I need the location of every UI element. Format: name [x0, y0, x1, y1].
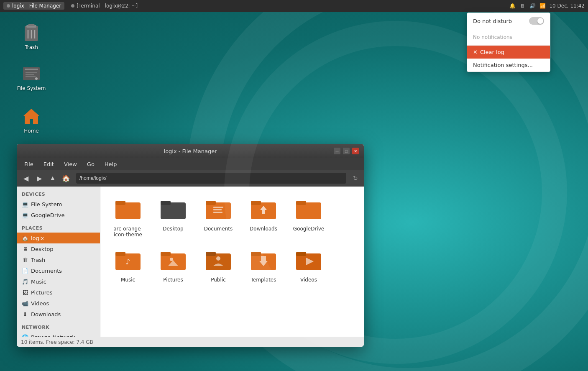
svg-rect-31 — [161, 252, 171, 256]
file-item-music[interactable]: ♪ Music — [107, 244, 149, 286]
filesystem-label: File System — [17, 85, 46, 91]
file-area: arc-orange-icon-theme Desktop — [100, 187, 364, 337]
pictures-icon: 🖼 — [22, 289, 28, 296]
file-item-googledrive[interactable]: GoogleDrive — [288, 193, 330, 241]
taskbar-app-label: logix - File Manager — [12, 3, 61, 9]
svg-marker-12 — [23, 109, 40, 124]
back-button[interactable]: ◀ — [20, 172, 32, 184]
home-button[interactable]: 🏠 — [60, 172, 72, 184]
places-header: PLACES — [17, 224, 100, 233]
network-icon[interactable]: 📶 — [539, 3, 546, 9]
svg-rect-21 — [213, 212, 222, 213]
sidebar-item-filesystem[interactable]: 💻 File System — [17, 199, 100, 210]
sidebar: DEVICES 💻 File System 💻 GoogleDrive PLAC… — [17, 187, 100, 337]
music-icon: 🎵 — [22, 278, 28, 285]
file-label: Music — [121, 277, 135, 283]
notification-icon[interactable]: 🔔 — [509, 3, 516, 9]
file-item-public[interactable]: Public — [197, 244, 239, 286]
up-button[interactable]: ▲ — [47, 172, 59, 184]
svg-point-8 — [35, 77, 38, 80]
sidebar-item-label: Documents — [31, 268, 62, 274]
desktop-icon-home[interactable]: Home — [13, 105, 50, 136]
taskbar-app-terminal[interactable]: [Terminal - logix@22: ~] — [68, 2, 141, 10]
sidebar-item-label: GoogleDrive — [31, 212, 65, 218]
svg-rect-25 — [296, 202, 321, 219]
sidebar-section-places: PLACES 🏠 logix 🖥 Desktop 🗑 Trash 📄 — [17, 224, 100, 320]
taskbar-left: logix - File Manager [Terminal - logix@2… — [3, 2, 509, 10]
file-label: Downloads — [250, 226, 277, 232]
volume-icon[interactable]: 🔊 — [529, 3, 536, 9]
forward-button[interactable]: ▶ — [33, 172, 45, 184]
maximize-button[interactable]: □ — [343, 148, 350, 154]
svg-rect-23 — [251, 201, 261, 205]
folder-icon — [205, 197, 232, 223]
sidebar-item-label: Music — [31, 279, 46, 285]
file-label: Documents — [204, 226, 233, 232]
taskbar-app-filemanager[interactable]: logix - File Manager — [3, 2, 64, 10]
desktop-icon-trash[interactable]: Trash — [13, 21, 50, 52]
sidebar-item-documents[interactable]: 📄 Documents — [17, 265, 100, 276]
sidebar-item-videos[interactable]: 📹 Videos — [17, 298, 100, 309]
desktop-icon-filesystem[interactable]: File System — [13, 62, 50, 93]
menu-file[interactable]: File — [20, 160, 38, 169]
notif-empty-text: No notifications — [467, 29, 550, 46]
window-controls: ─ □ ✕ — [334, 148, 359, 154]
sidebar-item-downloads[interactable]: ⬇ Downloads — [17, 309, 100, 320]
file-label: Templates — [251, 277, 276, 283]
file-item-desktop[interactable]: Desktop — [152, 193, 194, 241]
taskbar-right: 🔔 🖥 🔊 📶 10 Dec, 11:42 — [509, 3, 585, 9]
file-item-documents[interactable]: Documents — [197, 193, 239, 241]
menu-help[interactable]: Help — [100, 160, 121, 169]
status-text: 10 items, Free space: 7.4 GB — [21, 339, 93, 345]
close-button[interactable]: ✕ — [352, 148, 359, 154]
notif-title: Do not disturb — [473, 18, 512, 24]
svg-rect-16 — [161, 201, 171, 205]
svg-marker-39 — [259, 256, 268, 266]
sidebar-item-label: Trash — [31, 257, 45, 263]
svg-rect-38 — [251, 252, 261, 256]
trash-icon: 🗑 — [22, 256, 28, 263]
folder-icon — [295, 197, 322, 223]
svg-rect-20 — [213, 209, 222, 210]
svg-rect-19 — [213, 207, 223, 208]
notification-popup: Do not disturb No notifications ✕ Clear … — [467, 13, 550, 72]
svg-rect-14 — [115, 201, 125, 205]
svg-marker-24 — [260, 206, 267, 214]
devices-header: DEVICES — [17, 190, 100, 199]
address-bar[interactable] — [76, 173, 346, 184]
file-label: Pictures — [163, 277, 183, 283]
file-item-videos[interactable]: Videos — [288, 244, 330, 286]
taskbar-app-label: [Terminal - logix@22: ~] — [77, 3, 138, 9]
clear-log-button[interactable]: ✕ Clear log — [467, 46, 550, 59]
file-item-downloads[interactable]: Downloads — [243, 193, 284, 241]
window-title: logix - File Manager — [164, 148, 217, 154]
svg-rect-41 — [296, 252, 306, 256]
sidebar-item-logix[interactable]: 🏠 logix — [17, 233, 100, 243]
file-item-pictures[interactable]: Pictures — [152, 244, 194, 286]
file-item-templates[interactable]: Templates — [243, 244, 284, 286]
sidebar-item-pictures[interactable]: 🖼 Pictures — [17, 287, 100, 298]
clear-log-icon: ✕ — [473, 49, 478, 55]
minimize-button[interactable]: ─ — [334, 148, 340, 154]
sidebar-item-googledrive[interactable]: 💻 GoogleDrive — [17, 210, 100, 220]
refresh-button[interactable]: ↻ — [350, 173, 360, 183]
filesystem-icon: 💻 — [22, 201, 28, 207]
sidebar-item-trash[interactable]: 🗑 Trash — [17, 254, 100, 265]
display-icon[interactable]: 🖥 — [519, 3, 526, 9]
sidebar-item-desktop[interactable]: 🖥 Desktop — [17, 243, 100, 254]
menu-edit[interactable]: Edit — [39, 160, 58, 169]
file-item-arc-orange[interactable]: arc-orange-icon-theme — [107, 193, 149, 241]
desktop-icon: 🖥 — [22, 246, 28, 252]
notification-settings-button[interactable]: Notification settings... — [467, 59, 550, 72]
home-label: Home — [24, 128, 38, 134]
sidebar-item-label: File System — [31, 201, 62, 207]
svg-rect-28 — [115, 252, 125, 256]
menu-go[interactable]: Go — [83, 160, 99, 169]
sidebar-section-network: NETWORK 🌐 Browse Network — [17, 323, 100, 337]
sidebar-item-music[interactable]: 🎵 Music — [17, 276, 100, 287]
sidebar-item-browse-network[interactable]: 🌐 Browse Network — [17, 332, 100, 337]
do-not-disturb-toggle[interactable] — [529, 17, 544, 25]
svg-rect-18 — [206, 201, 216, 205]
menu-view[interactable]: View — [60, 160, 81, 169]
menu-bar: File Edit View Go Help — [17, 158, 364, 170]
